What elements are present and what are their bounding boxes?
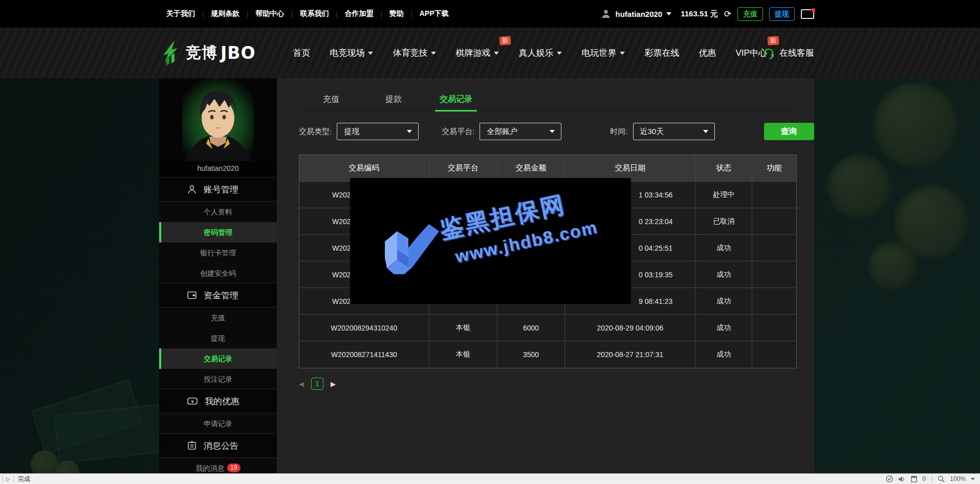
filter-select-value: 近30天: [640, 127, 664, 137]
nav-item-棋牌游戏[interactable]: 棋牌游戏新: [446, 42, 509, 64]
query-button[interactable]: 查询: [764, 123, 814, 140]
speaker-icon[interactable]: [898, 476, 906, 482]
topbar-link[interactable]: 合作加盟: [338, 9, 381, 18]
filter-label: 交易平台:: [442, 127, 474, 137]
main-navbar: 竞博JBO 首页电竞现场体育竞技棋牌游戏新真人娱乐电玩世界彩票在线优惠VIP中心…: [0, 28, 980, 78]
online-service[interactable]: 在线客服: [763, 47, 814, 59]
table-cell: 成功: [695, 261, 752, 288]
zoom-magnifier-icon[interactable]: [938, 475, 945, 482]
filter-select[interactable]: 近30天: [633, 123, 715, 140]
sidebar-item-创建安全码[interactable]: 创建安全码: [159, 263, 277, 283]
tab-充值[interactable]: 充值: [300, 90, 362, 111]
user-icon: [601, 9, 611, 19]
check-circle-icon[interactable]: [886, 475, 893, 482]
topbar-link[interactable]: 赞助: [382, 9, 411, 18]
prev-page-arrow[interactable]: ◀: [299, 380, 304, 388]
sidebar: hufatian2020 账号管理个人资料密码管理银行卡管理创建安全码资金管理充…: [159, 78, 277, 473]
new-badge: 新: [767, 36, 779, 46]
recharge-button[interactable]: 充值: [737, 7, 763, 21]
nav-item-体育竞技[interactable]: 体育竞技: [383, 42, 446, 64]
next-page-arrow[interactable]: ▶: [331, 380, 336, 388]
table-cell: 本银: [429, 341, 497, 368]
topbar-link[interactable]: APP下载: [412, 9, 456, 18]
sidebar-item-申请记录[interactable]: 申请记录: [159, 413, 277, 434]
table-cell: [752, 235, 796, 261]
nav-item-label: 彩票在线: [644, 47, 679, 59]
topbar-link[interactable]: 联系我们: [293, 9, 336, 18]
sidebar-item-label: 创建安全码: [200, 269, 236, 277]
ticket-icon: ¥: [187, 396, 198, 406]
username: hufatian2020: [615, 10, 662, 18]
topbar-link[interactable]: 帮助中心: [248, 9, 291, 18]
topbar-link[interactable]: 关于我们: [159, 9, 202, 18]
withdraw-button[interactable]: 提现: [769, 7, 795, 21]
coin-decor: [867, 240, 919, 292]
blocked-popup-icon[interactable]: [911, 476, 917, 482]
coin-decor: [826, 153, 893, 220]
sidebar-item-银行卡管理[interactable]: 银行卡管理: [159, 243, 277, 263]
filter-row: 交易类型:提现交易平台:全部账户时间:近30天查询: [299, 123, 814, 140]
table-cell: [752, 341, 796, 368]
table-row: W202008294310240本银60002020-08-29 04:09:0…: [299, 315, 796, 341]
table-cell: 处理中: [695, 182, 752, 208]
chevron-down-icon: [703, 130, 708, 133]
zoom-level: 100%: [950, 475, 966, 482]
nav-item-彩票在线[interactable]: 彩票在线: [635, 42, 689, 64]
sidebar-item-label: 我的消息: [195, 464, 224, 472]
browser-status-bar: ▷ 完成 0 | 100%: [0, 473, 980, 484]
page-number[interactable]: 1: [311, 378, 323, 390]
headset-icon: [763, 48, 775, 59]
sidebar-item-密码管理[interactable]: 密码管理: [159, 222, 277, 243]
nav-item-真人娱乐[interactable]: 真人娱乐: [509, 42, 572, 64]
mail-icon[interactable]: [801, 9, 814, 19]
refresh-icon[interactable]: ⟳: [724, 10, 731, 18]
sidebar-item-投注记录[interactable]: 投注记录: [159, 369, 277, 389]
sidebar-item-提现[interactable]: 提现: [159, 328, 277, 348]
user-menu[interactable]: hufatian2020: [601, 9, 671, 19]
chevron-down-icon: [368, 52, 373, 55]
sidebar-item-交易记录[interactable]: 交易记录: [159, 348, 277, 369]
sidebar-section-消息公告[interactable]: 消息公告: [159, 434, 277, 458]
table-cell: [752, 261, 796, 288]
user-icon: [187, 184, 197, 194]
sidebar-section-label: 消息公告: [204, 440, 238, 452]
wallet-icon: [187, 290, 197, 300]
sidebar-section-label: 账号管理: [204, 184, 238, 195]
table-cell: [752, 182, 796, 208]
notification-dot: [811, 8, 815, 12]
nav-item-电竞现场[interactable]: 电竞现场: [320, 42, 383, 64]
nav-item-label: 棋牌游戏: [455, 47, 490, 59]
chevron-down-icon: [431, 52, 436, 55]
table-cell: 成功: [695, 288, 752, 315]
nav-item-首页[interactable]: 首页: [283, 42, 320, 64]
watermark-text: 鉴黑担保网 www.jhdb8.com: [437, 183, 599, 269]
chevron-down-icon: [550, 130, 555, 133]
watermark-logo-icon: [382, 220, 443, 281]
sidebar-item-label: 密码管理: [204, 228, 232, 236]
zoom-dropdown-caret[interactable]: [971, 478, 975, 480]
message-count-badge: 19: [227, 464, 240, 472]
sidebar-item-充值[interactable]: 充值: [159, 307, 277, 328]
tab-提款[interactable]: 提款: [362, 90, 425, 111]
pagination: ◀ 1 ▶: [299, 378, 336, 390]
topbar-link[interactable]: 规则条款: [204, 9, 247, 18]
status-play-icon: ▷: [3, 476, 14, 482]
nav-item-优惠[interactable]: 优惠: [689, 42, 726, 64]
sidebar-section-label: 我的优惠: [205, 395, 239, 407]
tab-交易记录[interactable]: 交易记录: [425, 90, 487, 111]
table-cell: 成功: [695, 315, 752, 341]
sidebar-section-账号管理[interactable]: 账号管理: [159, 178, 277, 202]
sidebar-item-label: 申请记录: [204, 420, 232, 428]
filter-select[interactable]: 提现: [337, 123, 419, 140]
sidebar-item-label: 个人资料: [204, 208, 232, 216]
svg-text:¥: ¥: [191, 399, 194, 404]
site-logo[interactable]: 竞博JBO: [159, 40, 255, 67]
filter-select[interactable]: 全部账户: [480, 123, 561, 140]
sidebar-section-资金管理[interactable]: 资金管理: [159, 283, 277, 307]
sidebar-item-个人资料[interactable]: 个人资料: [159, 202, 277, 222]
nav-item-label: 优惠: [699, 47, 716, 59]
nav-item-电玩世界[interactable]: 电玩世界: [572, 42, 635, 64]
sidebar-section-我的优惠[interactable]: ¥我的优惠: [159, 389, 277, 413]
record-tabs: 充值提款交易记录: [300, 90, 791, 112]
chevron-down-icon: [494, 52, 499, 55]
